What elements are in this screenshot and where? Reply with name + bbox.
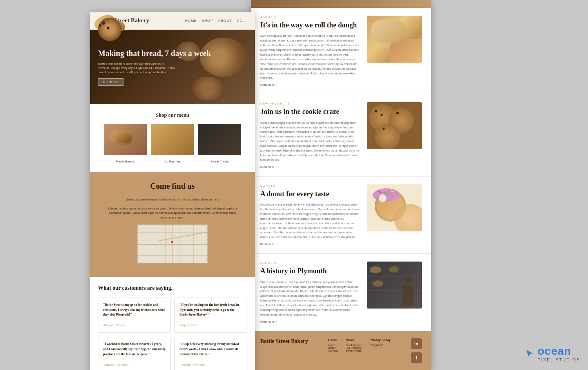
testimonials-section: What our customers are saying.. "Bottle …	[90, 277, 255, 370]
donut-container	[367, 184, 422, 231]
right-footer-col2-title: Menu	[345, 338, 361, 342]
article-title-2: A donut for every taste	[260, 190, 359, 199]
article-category-0: ABOUT US	[260, 16, 359, 18]
loaf-1	[370, 266, 381, 273]
hero-section: Making that bread, 7 days a week Bottle …	[90, 30, 255, 104]
watermark: ocean PIXEL STUDIOS	[525, 345, 580, 362]
testimonial-text-2: "I worked at Bottle Street for over 10 y…	[103, 342, 165, 357]
menu-item-cookie-label: Sweet Treats	[211, 160, 229, 163]
article-read-more-1[interactable]: Read more →	[260, 166, 359, 168]
dough-ball	[371, 20, 406, 43]
article-roll-dough: ABOUT US It's in the way we roll the dou…	[251, 8, 431, 94]
nav-links: HOME SHOP ABOUT CO...	[185, 19, 247, 23]
right-footer-link-about[interactable]: About	[328, 347, 338, 349]
left-page: Bottle Street Bakery HOME SHOP ABOUT CO.…	[90, 12, 255, 370]
article-cookie-craze: NEW PRODUCTS Join us in the cookie craze…	[251, 94, 431, 176]
nav-shop[interactable]: SHOP	[201, 19, 213, 23]
article-read-more-3[interactable]: Read more →	[260, 320, 359, 323]
choc-chip-3	[99, 24, 101, 27]
right-footer-link-pastries[interactable]: Our Pastries	[345, 347, 361, 349]
article-read-more-0[interactable]: Read more →	[260, 83, 359, 86]
cookie-shape	[98, 18, 122, 41]
nav-about[interactable]: ABOUT	[218, 19, 232, 23]
right-footer-link-contact[interactable]: Contact	[328, 349, 338, 352]
menu-item-croissant-label: Au Pastries	[165, 160, 181, 163]
article-title-0: It's in the way we roll the dough	[260, 21, 359, 30]
right-page: ABOUT US It's in the way we roll the dou…	[251, 0, 431, 370]
nav-contact[interactable]: CO...	[237, 19, 247, 23]
divider	[161, 194, 184, 194]
map-container	[137, 224, 208, 264]
article-content-0: ABOUT US It's in the way we roll the dou…	[260, 16, 359, 86]
article-title-3: A history in Plymouth	[260, 267, 359, 276]
shop-menu-title: Shop our menu	[98, 112, 247, 118]
article-category-2: DONUTS	[260, 184, 359, 187]
hero-title: Making that bread, 7 days a week	[98, 48, 211, 58]
choc-chip-1	[102, 22, 105, 25]
cursor-icon	[525, 349, 534, 358]
come-find-us-text1: Vitae cursus pellentesque habitant morbi…	[106, 197, 239, 202]
menu-item-croissant-img	[151, 124, 194, 155]
testimonial-card-2: "I worked at Bottle Street for over 10 y…	[98, 337, 171, 370]
loaf-3	[372, 280, 383, 287]
testimonial-author-2: -Abigail, Plymouth.	[103, 363, 129, 366]
menu-item-bread-img	[104, 124, 147, 155]
hero-button[interactable]: Our Menu	[98, 78, 123, 86]
menu-items: Fresh Breads Au Pastries Sweet Treats	[98, 124, 247, 164]
right-linkedin-icon[interactable]: in	[411, 338, 422, 349]
testimonial-author-1: -Jayus, Exeter.	[180, 323, 200, 327]
article-body-0: Nam consequat a elit nam. Socrattes nequ…	[260, 34, 359, 80]
choc-chip-2	[107, 27, 109, 29]
testimonial-author-0: -Brooke, Devon.	[103, 323, 126, 327]
nav-home[interactable]: HOME	[185, 19, 197, 23]
right-page-top-bar	[251, 0, 431, 8]
article-body-3: Vivere vitae congue eu consequat ac feli…	[260, 280, 359, 317]
menu-item-bread-label: Fresh Breads	[116, 160, 135, 163]
article-body-1: Cursus vitae congue mauris thoncus. Ac f…	[260, 121, 359, 162]
article-read-more-2[interactable]: Read more →	[260, 243, 359, 245]
right-footer-link-complaints[interactable]: Complaints	[370, 344, 391, 347]
right-footer-cols: Home Home About Contact Menu Fresh bread…	[328, 338, 390, 352]
right-footer-col3-title: Privacy policy	[370, 338, 391, 342]
testimonial-text-3: "I stop here every morning for my breakf…	[180, 342, 242, 357]
right-footer-col-3: Privacy policy Complaints	[370, 338, 391, 352]
article-img-0	[367, 16, 422, 63]
cookie-3	[375, 124, 400, 149]
hero-subtitle: Bottle Street Bakery is one of the top-r…	[98, 61, 176, 75]
menu-item-bread[interactable]: Fresh Breads	[104, 124, 147, 164]
right-footer-link-treats[interactable]: Sweet Treats	[345, 349, 361, 352]
article-category-3: ABOUT US	[260, 262, 359, 264]
come-find-us-section: Come find us Vitae cursus pellentesque h…	[90, 172, 255, 277]
right-footer-col1-title: Home	[328, 338, 338, 342]
shelf-2	[367, 290, 422, 291]
shelf-1	[367, 276, 422, 276]
watermark-text: ocean PIXEL STUDIOS	[537, 345, 580, 362]
right-footer: Bottle Street Bakery Home Home About Con…	[251, 331, 431, 370]
article-donut: DONUTS A donut for every taste Fusce lob…	[251, 177, 431, 254]
testimonials-title: What our customers are saying..	[98, 285, 247, 291]
menu-item-croissant[interactable]: Au Pastries	[151, 124, 194, 164]
testimonial-card-0: "Bottle Street is my go-to for cookies a…	[98, 298, 171, 333]
article-content-1: NEW PRODUCTS Join us in the cookie craze…	[260, 102, 359, 168]
come-find-us-title: Come find us	[98, 182, 247, 191]
shop-menu-section: Shop our menu Fresh Breads Au Pastries	[90, 104, 255, 172]
testimonial-text-1: "If you're looking for the best fresh br…	[180, 303, 242, 318]
cookies-visual	[367, 102, 422, 149]
donut-frosting	[373, 188, 400, 202]
right-facebook-icon[interactable]: f	[411, 352, 422, 363]
testimonial-text-0: "Bottle Street is my go-to for cookies a…	[103, 303, 165, 318]
right-footer-brand: Bottle Street Bakery	[260, 338, 308, 345]
person-body	[402, 285, 414, 306]
article-history: ABOUT US A history in Plymouth Vivere vi…	[251, 254, 431, 331]
right-footer-link-breads[interactable]: Fresh breads	[345, 344, 361, 347]
ocean-label: ocean	[537, 345, 571, 357]
article-img-2	[367, 184, 422, 231]
right-footer-link-home[interactable]: Home	[328, 344, 338, 347]
hero-content: Making that bread, 7 days a week Bottle …	[98, 48, 211, 86]
article-img-3	[367, 262, 422, 309]
watermark-logo: ocean PIXEL STUDIOS	[525, 345, 580, 362]
history-visual	[367, 262, 422, 309]
right-footer-col-2: Menu Fresh breads Our Pastries Sweet Tre…	[345, 338, 361, 352]
menu-item-cookie[interactable]: Sweet Treats	[198, 124, 241, 164]
article-img-1	[367, 102, 422, 149]
